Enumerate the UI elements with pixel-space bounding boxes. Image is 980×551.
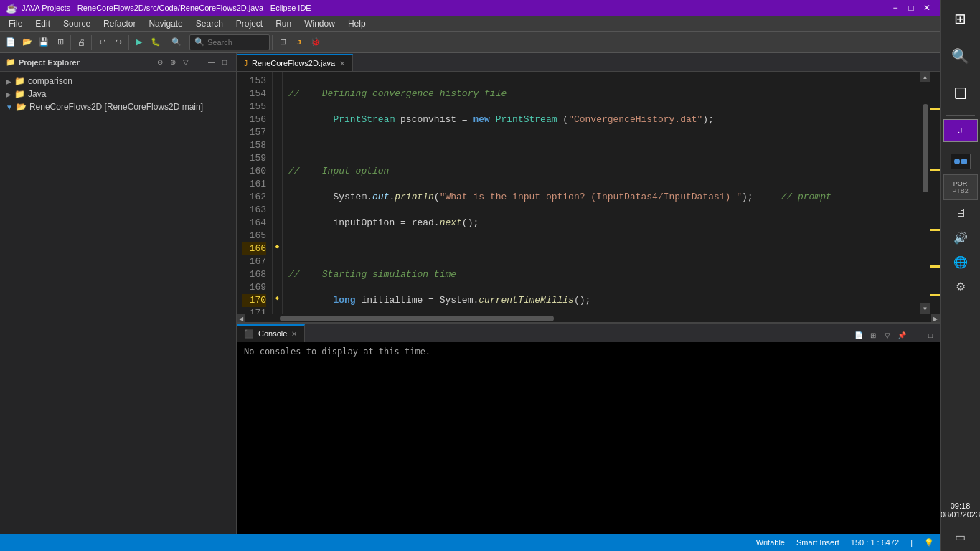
code-line-161: long initialtime = System.currentTimeMil… bbox=[288, 294, 914, 307]
console-minimize-btn[interactable]: — bbox=[910, 329, 923, 342]
close-btn[interactable]: ✕ bbox=[920, 1, 934, 14]
console-open-btn[interactable]: 📄 bbox=[852, 329, 865, 342]
eclipse-taskbar-btn[interactable]: J bbox=[943, 119, 978, 142]
hscroll-thumb[interactable] bbox=[280, 316, 554, 321]
tb-undo-btn[interactable]: ↩ bbox=[94, 34, 110, 50]
scroll-up-btn[interactable]: ▲ bbox=[920, 72, 930, 82]
code-line-155 bbox=[288, 139, 914, 152]
scroll-down-btn[interactable]: ▼ bbox=[920, 303, 930, 314]
show-desktop-btn[interactable]: ▭ bbox=[943, 525, 978, 548]
menu-project[interactable]: Project bbox=[230, 17, 268, 30]
fold-marker-170[interactable]: ◆ bbox=[275, 294, 279, 302]
language-label1: POR bbox=[953, 180, 968, 187]
console-dropdown-btn[interactable]: ▽ bbox=[881, 329, 894, 342]
clock-time: 09:18 bbox=[941, 501, 980, 510]
menu-navigate[interactable]: Navigate bbox=[143, 17, 188, 30]
search-btn[interactable]: 🔍 bbox=[943, 39, 978, 73]
menu-search[interactable]: Search bbox=[190, 17, 229, 30]
system-clock[interactable]: 09:18 08/01/2023 bbox=[938, 496, 980, 524]
os-taskbar: ⊞ 🔍 ❑ J POR PTB2 🖥 🔊 🌐 ⚙ 09:18 08/01/202… bbox=[940, 0, 980, 551]
console-tab-close[interactable]: ✕ bbox=[291, 330, 297, 338]
highlight-panel bbox=[930, 72, 940, 314]
status-separator: | bbox=[910, 538, 913, 547]
systray-icon1[interactable] bbox=[943, 150, 978, 173]
sidebar-filter-btn[interactable]: ▽ bbox=[180, 57, 192, 68]
sidebar-header: 📁 Project Explorer ⊖ ⊕ ▽ ⋮ — □ bbox=[0, 53, 236, 72]
highlight-mark-3 bbox=[930, 229, 940, 231]
highlight-mark-1 bbox=[930, 108, 940, 110]
tb-sep2 bbox=[91, 35, 92, 50]
tb-sep1 bbox=[70, 35, 71, 50]
tb-new-btn[interactable]: 📄 bbox=[3, 34, 19, 50]
tree-item-renecoreflows2d[interactable]: ▼ 📂 ReneCoreFlows2D [ReneCoreFlows2D mai… bbox=[0, 100, 236, 113]
menu-source[interactable]: Source bbox=[57, 17, 96, 30]
status-bar: Writable Smart Insert 150 : 1 : 6472 | 💡 bbox=[0, 534, 940, 551]
menu-window[interactable]: Window bbox=[298, 17, 341, 30]
highlight-mark-5 bbox=[930, 294, 940, 296]
task-view-btn[interactable]: ❑ bbox=[943, 76, 978, 110]
console-controls: 📄 ⊞ ▽ 📌 — □ bbox=[849, 329, 940, 342]
main-layout: 📁 Project Explorer ⊖ ⊕ ▽ ⋮ — □ ▶ 📁 compa… bbox=[0, 53, 940, 534]
console-maximize-btn[interactable]: □ bbox=[924, 329, 937, 342]
console-pin-btn[interactable]: 📌 bbox=[895, 329, 908, 342]
menu-refactor[interactable]: Refactor bbox=[98, 17, 141, 30]
search-input[interactable] bbox=[207, 38, 265, 47]
tb-java-perspective[interactable]: J bbox=[291, 34, 307, 50]
sidebar-collapse-btn[interactable]: ⊖ bbox=[154, 57, 166, 68]
tb-run-btn[interactable]: ▶ bbox=[131, 34, 147, 50]
sidebar-link-btn[interactable]: ⊕ bbox=[167, 57, 179, 68]
menu-run[interactable]: Run bbox=[270, 17, 297, 30]
editor-tab-renecoreflows2d[interactable]: J ReneCoreFlows2D.java ✕ bbox=[237, 54, 353, 71]
sidebar-controls: ⊖ ⊕ ▽ ⋮ — □ bbox=[154, 57, 230, 68]
console-no-console-msg: No consoles to display at this time. bbox=[244, 347, 430, 357]
code-line-159 bbox=[288, 242, 914, 255]
tb-search-btn[interactable]: 🔍 bbox=[169, 34, 184, 50]
code-editor: 153 154 155 156 157 158 159 160 161 162 … bbox=[237, 72, 940, 314]
language-indicator[interactable]: POR PTB2 bbox=[943, 174, 978, 200]
tb-sep4 bbox=[166, 35, 166, 50]
fold-marker-166[interactable]: ◆ bbox=[275, 242, 279, 250]
tb-open-btn[interactable]: 📂 bbox=[19, 34, 35, 50]
tb-perspective-btn[interactable]: ⊞ bbox=[275, 34, 291, 50]
menu-edit[interactable]: Edit bbox=[29, 17, 56, 30]
console-tab-inactive[interactable] bbox=[305, 324, 311, 342]
language-label2: PTB2 bbox=[952, 187, 969, 194]
menu-help[interactable]: Help bbox=[342, 17, 372, 30]
minimize-btn[interactable]: − bbox=[888, 1, 903, 14]
tree-label-java: Java bbox=[28, 89, 46, 99]
console-tab[interactable]: ⬛ Console ✕ bbox=[237, 324, 305, 342]
network-icon[interactable]: 🌐 bbox=[943, 250, 978, 273]
sidebar-menu-btn[interactable]: ⋮ bbox=[193, 57, 204, 68]
windows-start-btn[interactable]: ⊞ bbox=[943, 1, 978, 36]
tb-redo-btn[interactable]: ↪ bbox=[110, 34, 126, 50]
speaker-icon[interactable]: 🔊 bbox=[943, 226, 978, 249]
menu-file[interactable]: File bbox=[3, 17, 28, 30]
scroll-thumb[interactable] bbox=[923, 104, 928, 193]
sidebar-minimize-btn[interactable]: — bbox=[206, 57, 217, 68]
tb-print-btn[interactable]: 🖨 bbox=[73, 34, 89, 50]
sidebar: 📁 Project Explorer ⊖ ⊕ ▽ ⋮ — □ ▶ 📁 compa… bbox=[0, 53, 237, 534]
tb-debug-btn[interactable]: 🐛 bbox=[148, 34, 164, 50]
console-content: No consoles to display at this time. bbox=[237, 342, 940, 534]
tree-item-comparison[interactable]: ▶ 📁 comparison bbox=[0, 75, 236, 88]
tab-close-btn[interactable]: ✕ bbox=[339, 60, 345, 67]
tree-item-java[interactable]: ▶ 📁 Java bbox=[0, 88, 236, 100]
window-title: JAVA Projects - ReneCoreFlows2D/src/Code… bbox=[22, 4, 311, 12]
project-tree: ▶ 📁 comparison ▶ 📁 Java ▼ 📂 ReneCoreFlow… bbox=[0, 72, 236, 534]
status-position: 150 : 1 : 6472 bbox=[851, 538, 899, 547]
code-content[interactable]: // Defining convergence history file Pri… bbox=[283, 72, 920, 314]
status-writable: Writable bbox=[756, 538, 785, 547]
sidebar-maximize-btn[interactable]: □ bbox=[219, 57, 230, 68]
code-line-157: System.out.println("What is the input op… bbox=[288, 191, 914, 204]
editor-scrollbar[interactable]: ▲ ▼ bbox=[920, 72, 930, 314]
tb-save-all-btn[interactable]: ⊞ bbox=[52, 34, 68, 50]
tree-label-comparison: comparison bbox=[28, 76, 72, 86]
tb-save-btn[interactable]: 💾 bbox=[36, 34, 52, 50]
tb-debug-perspective[interactable]: 🐞 bbox=[308, 34, 324, 50]
settings-icon[interactable]: ⚙ bbox=[943, 275, 978, 298]
maximize-btn[interactable]: □ bbox=[904, 1, 918, 14]
editor-hscrollbar[interactable]: ◀ ▶ bbox=[237, 314, 940, 322]
console-view-btn[interactable]: ⊞ bbox=[867, 329, 880, 342]
monitor-icon[interactable]: 🖥 bbox=[943, 202, 978, 225]
fold-column: ◆ ◆ ◆ bbox=[273, 72, 283, 314]
